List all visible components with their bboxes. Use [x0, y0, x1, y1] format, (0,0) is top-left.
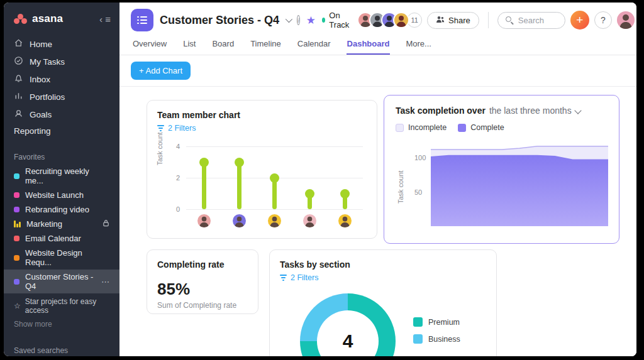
share-button[interactable]: Share — [427, 12, 479, 29]
avatar — [393, 12, 409, 28]
people-icon — [436, 16, 445, 25]
search-placeholder: Search — [518, 16, 544, 25]
y-axis-label: Task count — [397, 170, 404, 204]
chevron-down-icon[interactable] — [286, 16, 292, 23]
fav-label: Website Design Requ... — [25, 248, 109, 267]
legend-incomplete[interactable]: Incomplete — [396, 123, 447, 132]
mini-bar-chart-icon — [14, 221, 21, 227]
metric-subtitle: Sum of Completing rate — [157, 301, 248, 310]
donut-ring[interactable]: 4 — [300, 293, 396, 356]
member-avatars[interactable]: 11 — [357, 12, 422, 28]
help-button[interactable]: ? — [594, 11, 612, 29]
favorite-star-icon[interactable]: ★ — [306, 15, 316, 26]
y-tick: 100 — [414, 154, 426, 161]
asana-app-window: asana ‹ ≡ Home My Tasks Inbox Portfolios — [4, 3, 636, 356]
saved-searches-header: Saved searches — [4, 342, 119, 356]
fav-label: Website Launch — [25, 190, 84, 200]
collapse-sidebar-icon[interactable]: ‹ ≡ — [99, 14, 111, 25]
sidebar-item-reporting[interactable]: Reporting — [4, 123, 119, 139]
more-options-icon[interactable]: ⋯ — [101, 277, 109, 286]
lollipop-stick[interactable] — [202, 162, 206, 209]
sidebar-item-label: Home — [30, 40, 52, 49]
avatar — [303, 214, 316, 227]
sidebar-item-inbox[interactable]: Inbox — [4, 70, 119, 88]
legend-swatch — [458, 124, 466, 132]
chevron-down-icon[interactable] — [574, 107, 581, 114]
sidebar-fav-customer-stories[interactable]: Customer Stories - Q4 ⋯ — [4, 270, 119, 293]
chart-title: Task completion over — [396, 106, 486, 116]
team-member-chart-card[interactable]: Team member chart 2 Filters Task count 0… — [147, 100, 377, 239]
gridline: 0 — [186, 209, 363, 210]
chart-title: Completing rate — [157, 259, 248, 270]
lollipop-stick[interactable] — [272, 178, 277, 209]
sidebar-fav-website-launch[interactable]: Website Launch — [4, 188, 119, 202]
task-completion-card[interactable]: Task completion over the last three mont… — [384, 95, 619, 244]
sidebar-item-goals[interactable]: Goals — [4, 106, 119, 123]
legend-complete[interactable]: Complete — [458, 123, 504, 132]
lollipop-dot[interactable] — [199, 158, 209, 167]
add-chart-button[interactable]: + Add Chart — [131, 62, 191, 80]
tab-list[interactable]: List — [182, 36, 196, 55]
sidebar: asana ‹ ≡ Home My Tasks Inbox Portfolios — [4, 3, 119, 356]
sidebar-fav-email-calendar[interactable]: Email Calendar — [4, 231, 119, 246]
legend-premium[interactable]: Premium — [413, 317, 460, 327]
y-tick: 4 — [176, 143, 180, 150]
sidebar-item-label: Inbox — [30, 75, 50, 84]
sidebar-fav-rebranding[interactable]: Rebranding video — [4, 202, 119, 217]
tab-more[interactable]: More... — [405, 36, 431, 55]
lollipop-chart: Task count 024 — [157, 141, 367, 229]
fav-label: Recruiting weekly me... — [25, 166, 109, 185]
lollipop-dot[interactable] — [235, 158, 244, 167]
favorites-header: Favorites — [4, 149, 119, 164]
avatar — [338, 214, 352, 227]
info-icon[interactable]: i — [297, 15, 300, 25]
sidebar-item-portfolios[interactable]: Portfolios — [4, 88, 119, 106]
home-icon — [14, 38, 23, 50]
sidebar-item-my-tasks[interactable]: My Tasks — [4, 53, 119, 70]
sidebar-fav-website-design[interactable]: Website Design Requ... — [4, 246, 119, 270]
legend-label: Incomplete — [408, 123, 447, 132]
project-list-icon[interactable] — [131, 9, 153, 31]
filters-link[interactable]: 2 Filters — [157, 124, 367, 133]
profile-avatar[interactable] — [617, 11, 635, 29]
chart-title: Team member chart — [157, 110, 367, 120]
bell-icon — [14, 74, 23, 85]
show-more-link[interactable]: Show more — [4, 316, 119, 332]
sidebar-item-label: Reporting — [14, 126, 51, 136]
project-dot-icon — [14, 173, 19, 179]
lollipop-dot[interactable] — [305, 189, 314, 199]
project-tabs: Overview List Board Timeline Calendar Da… — [119, 34, 636, 55]
legend-business[interactable]: Business — [413, 334, 460, 344]
sidebar-item-label: Portfolios — [30, 92, 65, 102]
date-range-selector[interactable]: the last three months — [489, 106, 572, 116]
dashboard-content: Team member chart 2 Filters Task count 0… — [119, 87, 636, 356]
y-axis-label: Task count — [156, 132, 164, 165]
tasks-by-section-card[interactable]: Tasks by section 2 Filters 4 Premium — [269, 249, 497, 356]
search-input[interactable]: Search — [497, 12, 565, 29]
sidebar-item-label: Goals — [30, 110, 52, 119]
lock-icon — [103, 219, 109, 229]
completing-rate-card[interactable]: Completing rate 85% Sum of Completing ra… — [147, 249, 258, 314]
filters-link[interactable]: 2 Filters — [280, 273, 486, 282]
create-button[interactable]: + — [570, 11, 589, 30]
tab-dashboard[interactable]: Dashboard — [347, 36, 391, 55]
sidebar-fav-recruiting[interactable]: Recruiting weekly me... — [4, 164, 119, 188]
asana-logo-text: asana — [32, 13, 63, 25]
tab-timeline[interactable]: Timeline — [250, 36, 282, 55]
lollipop-stick[interactable] — [237, 162, 242, 209]
tab-board[interactable]: Board — [211, 36, 235, 55]
lollipop-dot[interactable] — [270, 173, 279, 183]
legend-label: Premium — [428, 318, 460, 327]
lollipop-dot[interactable] — [340, 189, 350, 199]
legend-swatch — [396, 124, 404, 132]
y-tick: 0 — [176, 205, 180, 213]
tab-calendar[interactable]: Calendar — [297, 36, 331, 55]
tab-overview[interactable]: Overview — [132, 36, 167, 55]
sidebar-item-home[interactable]: Home — [4, 35, 119, 53]
filters-label: 2 Filters — [168, 124, 196, 133]
legend-swatch — [413, 317, 423, 327]
status-badge[interactable]: On Track — [322, 11, 351, 30]
sidebar-fav-marketing[interactable]: Marketing — [4, 217, 119, 231]
metric-value: 85% — [157, 280, 248, 299]
filter-icon — [280, 275, 287, 280]
